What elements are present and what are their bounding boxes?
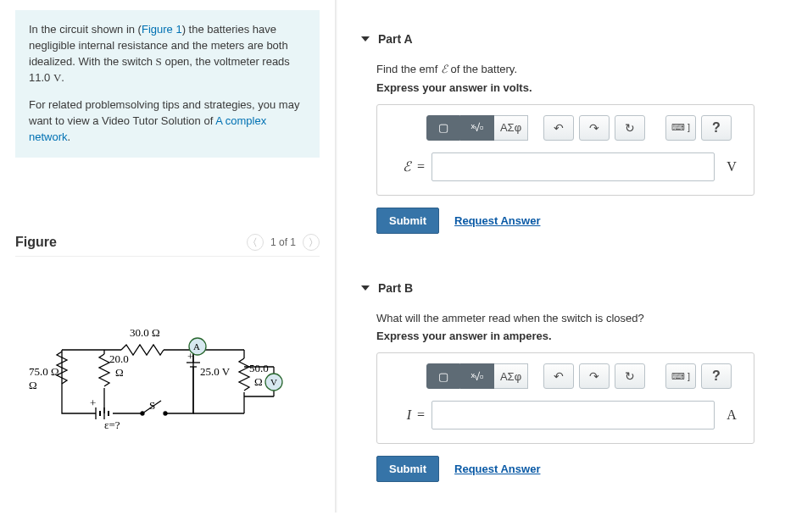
switch-symbol: S [156,55,162,68]
part-a-title: Part A [378,32,413,46]
keyboard-button[interactable]: ⌨ ] [665,363,696,389]
sqrt-button[interactable]: x√▫ [460,115,494,141]
svg-text:Ω: Ω [115,366,124,379]
prev-figure-button[interactable]: 〈 [247,234,264,251]
answer-input-b[interactable] [431,401,715,429]
caret-down-icon [361,36,370,42]
svg-text:V: V [270,377,277,387]
svg-text:20.0: 20.0 [109,352,129,365]
part-b-title: Part B [378,281,413,295]
undo-button[interactable]: ↶ [543,115,574,141]
undo-button[interactable]: ↶ [543,363,574,389]
intro-text: In the circuit shown in ( [29,23,142,36]
reset-button[interactable]: ↻ [615,363,645,389]
part-a-instruction: Express your answer in volts. [376,81,754,94]
svg-text:ε=?: ε=? [104,418,120,431]
part-a-panel: Part A Find the emf ℰ of the battery. Ex… [337,17,770,249]
circuit-figure: 30.0 Ω 75.0 Ω Ω 20.0 Ω 25.0 V 50.0 Ω ε=?… [15,316,320,468]
lhs-b: I = [389,407,425,423]
toolbar-a: ▢ x√▫ ΑΣφ ↶ ↷ ↻ ⌨ ] ? [426,115,742,141]
figure-pager: 〈 1 of 1 〉 [247,234,320,251]
svg-text:A: A [193,341,200,352]
request-answer-b[interactable]: Request Answer [454,463,540,475]
sqrt-button[interactable]: x√▫ [460,363,494,389]
answer-input-a[interactable] [431,152,715,181]
part-a-prompt: Find the emf ℰ of the battery. [376,61,754,78]
svg-text:30.0 Ω: 30.0 Ω [130,326,160,339]
request-answer-a[interactable]: Request Answer [454,214,540,227]
volt-symbol: V [53,71,61,84]
svg-text:S: S [149,399,155,412]
redo-button[interactable]: ↷ [579,115,610,141]
part-b-panel: Part B What will the ammeter read when t… [337,266,770,498]
answer-box-a: ▢ x√▫ ΑΣφ ↶ ↷ ↻ ⌨ ] ? ℰ = V [376,104,754,196]
reset-button[interactable]: ↻ [615,115,645,141]
unit-b: A [721,407,742,423]
toolbar-b: ▢ x√▫ ΑΣφ ↶ ↷ ↻ ⌨ ] ? [426,363,742,389]
part-a-header[interactable]: Part A [361,27,754,56]
part-b-prompt: What will the ammeter read when the swit… [376,310,754,327]
redo-button[interactable]: ↷ [579,363,610,389]
part-b-instruction: Express your answer in amperes. [376,330,754,342]
svg-point-22 [164,412,167,415]
submit-button-b[interactable]: Submit [376,456,439,482]
intro-paragraph-1: In the circuit shown in (Figure 1) the b… [29,22,306,86]
template-button[interactable]: ▢ [426,115,460,141]
part-b-header[interactable]: Part B [361,276,754,305]
template-button[interactable]: ▢ [426,363,460,389]
svg-text:Ω: Ω [29,379,37,391]
help-button[interactable]: ? [701,115,732,141]
svg-text:50.0: 50.0 [249,362,269,374]
intro-paragraph-2: For related problemsolving tips and stra… [29,97,306,146]
next-figure-button[interactable]: 〉 [303,234,320,251]
pager-text: 1 of 1 [270,236,296,248]
lhs-a: ℰ = [389,158,425,175]
caret-down-icon [361,285,370,291]
svg-text:+: + [187,350,193,363]
intro-box: In the circuit shown in (Figure 1) the b… [15,10,320,158]
svg-text:75.0 Ω: 75.0 Ω [29,365,59,378]
figure-heading: Figure [15,235,57,250]
figure-link[interactable]: Figure 1 [142,23,182,36]
svg-text:25.0 V: 25.0 V [200,365,231,378]
unit-a: V [721,159,742,175]
help-button[interactable]: ? [701,363,732,389]
submit-button-a[interactable]: Submit [376,208,439,234]
keyboard-button[interactable]: ⌨ ] [665,115,696,141]
svg-text:+: + [90,396,96,409]
greek-button[interactable]: ΑΣφ [494,363,528,389]
svg-text:Ω: Ω [254,375,263,388]
greek-button[interactable]: ΑΣφ [494,115,528,141]
answer-box-b: ▢ x√▫ ΑΣφ ↶ ↷ ↻ ⌨ ] ? I = A [376,352,754,444]
intro-text: . [61,71,64,84]
intro-text: . [68,130,71,143]
